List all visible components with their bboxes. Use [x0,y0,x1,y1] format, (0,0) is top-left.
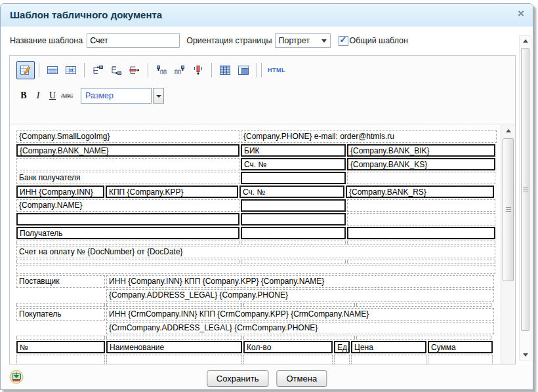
template-cell[interactable]: {Company.PHONE} e-mail: order@htmls.ru [241,130,497,143]
template-cell[interactable] [241,199,346,212]
template-cell[interactable]: Поставщик [16,275,105,288]
template-cell[interactable]: Ед. [334,341,350,353]
dialog-scrollbar-thumb[interactable] [521,48,529,331]
font-size-field[interactable]: Размер [81,88,152,104]
template-cell[interactable] [16,158,239,170]
template-cell[interactable] [243,303,355,307]
template-cell[interactable] [16,322,105,334]
template-cell[interactable] [16,260,239,264]
scroll-up-icon[interactable] [523,39,528,43]
template-cell[interactable] [106,336,242,340]
template-cell[interactable] [106,355,242,364]
row-properties-button[interactable] [43,61,62,79]
template-row[interactable]: ПоставщикИНН {Company.INN} КПП {Company.… [16,275,501,288]
scroll-up-icon[interactable] [506,129,511,132]
template-cell[interactable] [356,336,491,340]
template-cell[interactable] [347,241,495,245]
template-cell[interactable]: Получатель [16,227,239,239]
template-cell[interactable] [16,213,239,225]
template-cell[interactable]: Покупатель [16,308,105,321]
delete-column-button[interactable] [189,61,207,79]
template-cell[interactable]: {Company.BANK_NAME} [16,144,239,157]
template-cell[interactable] [347,172,495,184]
template-cell[interactable]: {CrmCompany.ADDRESS_LEGAL} {CrmCompany.P… [106,322,494,334]
template-cell[interactable]: {Company.BANK_KS} [347,158,495,170]
template-row[interactable]: Получатель [16,227,501,239]
template-cell[interactable] [16,265,495,274]
template-row[interactable] [16,336,501,340]
template-row[interactable]: Сч. №{Company.BANK_KS} [16,158,501,170]
template-cell[interactable] [334,355,350,364]
template-row[interactable]: №НаименованиеКол-воЕд.ЦенаСумма [16,341,501,353]
template-cell[interactable] [241,227,346,239]
underline-button[interactable]: U [45,90,60,101]
template-cell[interactable]: Счет на оплату № {DocNumber} от {DocDate… [16,246,495,258]
template-cell[interactable] [428,355,493,364]
template-cell[interactable] [106,303,242,307]
export-template-icon[interactable] [9,370,24,384]
template-row[interactable]: {CrmCompany.ADDRESS_LEGAL} {CrmCompany.P… [16,322,501,334]
template-row[interactable] [16,355,501,364]
template-cell[interactable] [241,213,346,225]
template-row[interactable]: Счет на оплату № {DocNumber} от {DocDate… [16,246,501,258]
strikethrough-button[interactable]: ABC [60,92,74,99]
document-scrollbar-thumb[interactable] [503,138,514,281]
template-cell[interactable]: {Company.ADDRESS_LEGAL} {Company.PHONE} [106,289,494,302]
dialog-scrollbar[interactable] [519,35,531,361]
font-size-dropdown-button[interactable] [153,88,164,104]
edit-template-button[interactable] [16,61,35,79]
template-cell[interactable] [241,172,346,184]
template-cell[interactable] [243,355,333,364]
template-row[interactable]: ПокупательИНН {CrmCompany.INN} КПП {CrmC… [16,308,501,321]
document-canvas[interactable]: {Company.SmallLogoImg}{Company.PHONE} e-… [10,125,501,364]
html-source-button[interactable]: HTML [266,67,287,73]
close-icon[interactable]: × [518,7,524,20]
merge-cells-button[interactable] [234,61,253,79]
template-cell[interactable] [347,213,495,225]
template-cell[interactable]: Сч. № [241,158,346,170]
template-cell[interactable] [16,303,105,307]
template-cell[interactable]: {Company.BANK_BIK} [347,144,495,157]
template-cell[interactable] [347,227,495,239]
template-cell[interactable] [16,336,105,340]
template-cell[interactable]: {Company.BANK_RS} [346,186,494,198]
template-row[interactable] [16,265,501,274]
template-row[interactable] [16,260,501,264]
scroll-down-icon[interactable] [523,353,528,357]
template-name-input[interactable] [87,33,180,48]
template-row[interactable] [16,213,501,225]
save-button[interactable]: Сохранить [207,370,269,387]
template-row[interactable]: ИНН {Company.INN}КПП {Company.KPP}Сч. №{… [16,186,501,198]
template-cell[interactable] [16,289,105,302]
orientation-select[interactable]: Портрет [275,33,331,48]
cancel-button[interactable]: Отмена [276,370,327,387]
template-cell[interactable]: Банк получателя [16,172,239,184]
template-cell[interactable]: № [16,341,105,353]
template-row[interactable] [16,241,501,245]
template-cell[interactable] [347,260,495,264]
template-cell[interactable] [243,336,355,340]
template-cell[interactable]: БИК [241,144,346,157]
template-cell[interactable]: Сч. № [239,186,344,198]
template-cell[interactable]: КПП {Company.KPP} [106,186,238,198]
document-scrollbar[interactable] [501,125,515,364]
insert-column-right-button[interactable] [171,61,189,79]
template-cell[interactable]: {Company.NAME} [16,199,239,212]
template-cell[interactable] [347,199,495,212]
insert-row-below-button[interactable] [107,61,125,79]
template-row[interactable]: {Company.SmallLogoImg}{Company.PHONE} e-… [16,130,501,143]
template-cell[interactable]: Кол-во [243,341,333,353]
template-cell[interactable] [241,241,346,245]
template-row[interactable]: {Company.BANK_NAME}БИК{Company.BANK_BIK} [16,144,501,157]
delete-row-button[interactable] [125,61,144,79]
template-cell[interactable]: Сумма [428,341,493,353]
template-cell[interactable] [16,241,239,245]
template-cell[interactable] [356,303,491,307]
template-cell[interactable] [16,355,105,364]
bold-button[interactable]: B [16,90,31,101]
template-cell[interactable]: Наименование [106,341,242,353]
template-cell[interactable] [351,355,426,364]
template-cell[interactable]: Цена [351,341,426,353]
shared-template-checkbox[interactable]: ✓ [339,36,348,46]
template-cell[interactable]: ИНН {Company.INN} КПП {Company.KPP} {Com… [106,275,494,288]
